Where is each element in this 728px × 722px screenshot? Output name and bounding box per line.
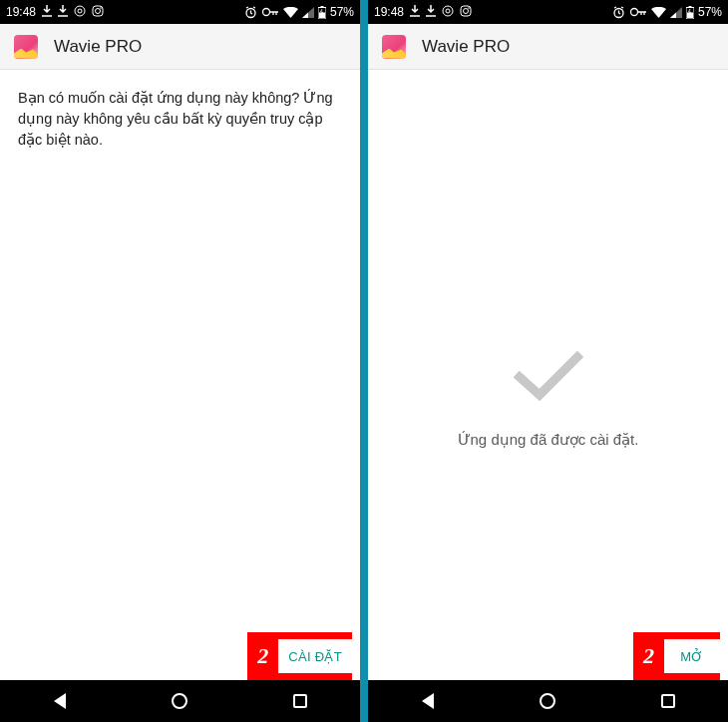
install-prompt-text: Bạn có muốn cài đặt ứng dụng này không? … <box>18 88 342 151</box>
svg-rect-18 <box>688 6 691 8</box>
status-time: 19:48 <box>6 5 36 19</box>
nav-home-button[interactable] <box>536 689 559 713</box>
download-icon <box>42 5 52 20</box>
svg-point-10 <box>443 6 453 16</box>
download-icon <box>410 5 420 20</box>
status-bar: 19:48 57% <box>368 0 728 24</box>
step-badge: 2 CÀI ĐẶT <box>247 632 352 680</box>
svg-rect-8 <box>320 6 323 8</box>
nav-bar <box>368 680 728 722</box>
wifi-icon <box>283 7 298 18</box>
install-done-text: Ứng dụng đã được cài đặt. <box>368 431 728 449</box>
vpn-icon <box>629 7 647 17</box>
install-button[interactable]: CÀI ĐẶT <box>278 639 352 673</box>
status-bar: 19:48 57% <box>0 0 360 24</box>
svg-point-14 <box>468 7 470 9</box>
action-row: 2 MỞ <box>368 632 728 680</box>
status-time: 19:48 <box>374 5 404 19</box>
signal-icon <box>302 7 314 18</box>
target-icon <box>442 5 454 20</box>
download-icon <box>58 5 68 20</box>
open-button[interactable]: MỞ <box>664 639 720 673</box>
install-prompt-content: Bạn có muốn cài đặt ứng dụng này không? … <box>0 70 360 632</box>
app-header: Wavie PRO <box>368 24 728 70</box>
step-badge: 2 MỞ <box>633 632 720 680</box>
app-icon <box>382 35 406 59</box>
nav-recent-button[interactable] <box>656 689 680 713</box>
battery-icon <box>318 6 326 19</box>
alarm-icon <box>244 6 257 19</box>
svg-point-16 <box>630 9 637 16</box>
svg-point-13 <box>464 8 469 13</box>
svg-point-11 <box>446 9 450 13</box>
app-header: Wavie PRO <box>0 24 360 70</box>
nav-back-button[interactable] <box>48 689 72 713</box>
app-title: Wavie PRO <box>422 37 510 57</box>
checkmark-icon <box>514 349 583 407</box>
nav-bar <box>0 680 360 722</box>
app-title: Wavie PRO <box>54 37 142 57</box>
vpn-icon <box>261 7 279 17</box>
phone-right: 19:48 57% Wavie PRO Ứng dụng đã được cài… <box>368 0 728 722</box>
svg-point-3 <box>96 8 101 13</box>
status-battery-pct: 57% <box>330 5 354 19</box>
phone-left: 19:48 57% Wavie PRO Bạn có muốn cài đặt … <box>0 0 360 722</box>
svg-point-0 <box>75 6 85 16</box>
instagram-icon <box>460 5 472 20</box>
instagram-icon <box>92 5 104 20</box>
target-icon <box>74 5 86 20</box>
svg-point-1 <box>78 9 82 13</box>
action-row: 2 CÀI ĐẶT <box>0 632 360 680</box>
wifi-icon <box>651 7 666 18</box>
signal-icon <box>670 7 682 18</box>
nav-recent-button[interactable] <box>288 689 312 713</box>
install-done-content: Ứng dụng đã được cài đặt. <box>368 70 728 632</box>
alarm-icon <box>612 6 625 19</box>
step-number: 2 <box>257 643 268 669</box>
svg-point-6 <box>262 9 269 16</box>
download-icon <box>426 5 436 20</box>
battery-icon <box>686 6 694 19</box>
step-number: 2 <box>643 643 654 669</box>
svg-point-4 <box>100 7 102 9</box>
nav-home-button[interactable] <box>168 689 191 713</box>
nav-back-button[interactable] <box>416 689 440 713</box>
app-icon <box>14 35 38 59</box>
status-battery-pct: 57% <box>698 5 722 19</box>
